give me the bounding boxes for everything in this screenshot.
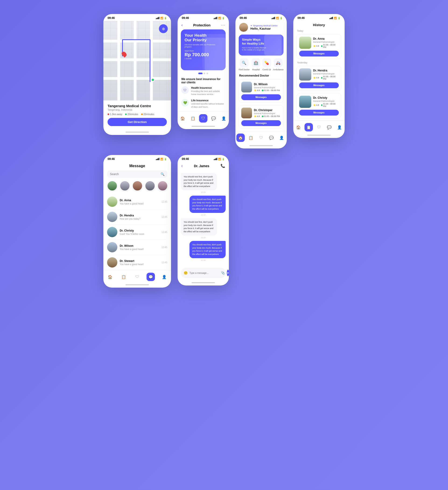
nav-home[interactable]: 🏠 xyxy=(179,114,187,122)
history-details-hendra: Dr. Hendra General Pulmonologist ⭐ 4.8 0… xyxy=(313,69,339,80)
recent-avatar-5[interactable] xyxy=(157,181,168,191)
nav-chat[interactable]: 💬 xyxy=(209,114,218,122)
list-item[interactable]: Dr. Christy Cool! You 'll better soon 12… xyxy=(107,225,167,240)
price-unit: / month xyxy=(185,57,222,60)
recent-avatar-2[interactable] xyxy=(120,181,130,191)
history-header: History xyxy=(293,21,345,30)
nav-profile[interactable]: 👤 xyxy=(160,273,168,281)
attach-button[interactable]: 📎 xyxy=(221,271,225,275)
message-bubble-1: You should rest first, don't push your b… xyxy=(181,173,217,190)
signal-icon xyxy=(329,17,333,19)
nav-calendar[interactable]: 📋 xyxy=(247,133,255,142)
recent-avatar-3[interactable] xyxy=(132,181,143,191)
nav-shield[interactable]: 🛡 xyxy=(315,123,323,131)
doctor-name-christoper: Dr. Christoper xyxy=(254,109,280,112)
search-bar[interactable]: 🔍 xyxy=(107,170,167,178)
location-button[interactable]: ⊕ xyxy=(159,24,168,33)
get-direction-button[interactable]: Get Direction xyxy=(108,118,167,126)
more-button[interactable]: ⋯ xyxy=(221,22,225,27)
msg-name-stewart: Dr. Stewart xyxy=(120,259,159,263)
signal-icon xyxy=(214,17,217,19)
nav-calendar[interactable]: 📋 xyxy=(120,273,128,281)
msg-preview-wilson: You have a good heart! xyxy=(120,248,159,251)
promo-title: Your HealthOur Priority xyxy=(185,33,222,43)
list-item[interactable]: Dr. Wilson You have a good heart! 12:45 xyxy=(107,240,167,255)
doctor-details-wilson: Dr. Wilson General Pulmonologist ⭐ 4.8 0… xyxy=(254,83,280,91)
list-item[interactable]: Dr. Stewart You have a good heart! 12:45 xyxy=(107,255,167,270)
call-button[interactable]: 📞 xyxy=(221,164,225,168)
dot-3 xyxy=(207,73,208,74)
history-name-anna: Dr. Anna xyxy=(313,37,339,40)
nav-shield[interactable]: 🛡 xyxy=(199,114,207,122)
battery-icon: 🔋 xyxy=(164,17,167,19)
doctor-hours-wilson: 01:00 - 08:00 PM xyxy=(262,89,280,91)
history-name-christy: Dr. Christy xyxy=(313,96,339,99)
list-item[interactable]: Dr. Anna You have a good heart! 12:45 xyxy=(107,194,167,210)
nav-calendar-active[interactable]: 📋 xyxy=(304,123,313,131)
history-message-button-anna[interactable]: Messages xyxy=(299,51,339,56)
message-button-wilson[interactable]: Messages xyxy=(241,94,281,100)
status-icons: 📶 🔋 xyxy=(156,17,167,19)
status-icons: 📶 🔋 xyxy=(329,17,340,19)
send-button[interactable]: ➤ xyxy=(227,270,229,276)
msg-name-anna: Dr. Anna xyxy=(120,199,159,202)
nav-profile[interactable]: 👤 xyxy=(220,114,228,122)
home-indicator xyxy=(103,282,171,288)
nav-chat[interactable]: 💬 xyxy=(325,123,333,131)
health-insurance-icon: 🛡 xyxy=(181,86,189,94)
nav-chat[interactable]: 💬 xyxy=(267,133,276,142)
chat-input[interactable] xyxy=(190,272,219,274)
service-ambulance[interactable]: 🚑 Ambulance xyxy=(273,58,284,71)
message-bubble-4: You should rest first, don't push your b… xyxy=(190,241,226,258)
msg-time-wilson: 12:45 xyxy=(162,246,167,249)
screen-title: Protection xyxy=(183,23,221,27)
service-find-doctor[interactable]: 🔍 Find Doctor xyxy=(239,58,250,71)
nav-calendar[interactable]: 📋 xyxy=(189,114,197,122)
nav-profile[interactable]: 👤 xyxy=(335,123,344,131)
nav-shield[interactable]: 🛡 xyxy=(257,133,265,142)
msg-time-christy: 12:45 xyxy=(162,231,167,233)
history-doc-info-anna: Dr. Anna General Pulmonologist ⭐ 4.8 01:… xyxy=(299,37,339,49)
recent-avatar-1[interactable] xyxy=(107,181,117,191)
wifi-icon: 📶 xyxy=(218,17,221,19)
service-covid[interactable]: 💊 Covid-19 xyxy=(262,58,271,71)
price-label: Start from xyxy=(185,50,222,52)
message-phone: 09:46 📶 🔋 Message 🔍 D xyxy=(103,155,171,288)
status-icons: 📶 🔋 xyxy=(214,158,225,160)
hospital-label: Hospital xyxy=(252,68,260,71)
list-item[interactable]: Dr. Hendra How are you today? 12:45 xyxy=(107,210,167,225)
history-message-button-christy[interactable]: Messages xyxy=(299,110,339,115)
doctor-avatar-christoper xyxy=(241,108,252,118)
history-message-button-hendra[interactable]: Messages xyxy=(299,82,339,88)
search-input[interactable] xyxy=(110,173,159,176)
history-avatar-hendra xyxy=(299,68,311,80)
nav-profile[interactable]: 👤 xyxy=(277,133,286,142)
service-hospital[interactable]: 🏥 Hospital xyxy=(251,58,260,71)
nav-chat-active[interactable]: 💬 xyxy=(146,273,155,281)
msg-preview-anna: You have a good heart! xyxy=(120,202,159,205)
history-avatar-christy xyxy=(299,96,311,108)
location-subtitle: Tangerang, Indonesia xyxy=(108,108,167,111)
nav-home[interactable]: 🏠 xyxy=(106,273,114,281)
nav-home-active[interactable]: 🏠 xyxy=(236,133,245,142)
status-time: 09:46 xyxy=(108,157,115,161)
battery-icon: 🔋 xyxy=(222,17,225,19)
nav-home[interactable]: 🏠 xyxy=(294,123,303,131)
status-icons: 📶 🔋 xyxy=(214,17,225,19)
msg-content-christy: Dr. Christy Cool! You 'll better soon xyxy=(120,229,159,235)
recent-avatar-4[interactable] xyxy=(145,181,155,191)
time1-info: 20minutes xyxy=(125,113,138,115)
battery-icon: 🔋 xyxy=(338,17,340,19)
hospital-icon: 🏥 xyxy=(251,58,260,67)
greeting-area: ✦ Tangerang Medical Centre Hello, Kautsa… xyxy=(250,25,283,30)
time2-info: 20minutes xyxy=(141,113,154,115)
insurance-section-title: We ensure best insurence for our clients xyxy=(178,78,229,86)
message-button-christoper[interactable]: Messages xyxy=(241,120,281,126)
find-doctor-label: Find Doctor xyxy=(239,68,250,71)
home-indicator xyxy=(178,123,229,129)
doctor-meta-christoper: ⭐ 4.8 01:00 - 08:00 PM xyxy=(254,115,280,117)
covid-icon: 💊 xyxy=(262,58,271,67)
nav-shield[interactable]: 🛡 xyxy=(133,273,141,281)
location-name: Tangerang Medical Centre xyxy=(108,104,167,108)
history-meta-anna: ⭐ 4.8 01:00 - 08:00 PM xyxy=(313,44,339,48)
